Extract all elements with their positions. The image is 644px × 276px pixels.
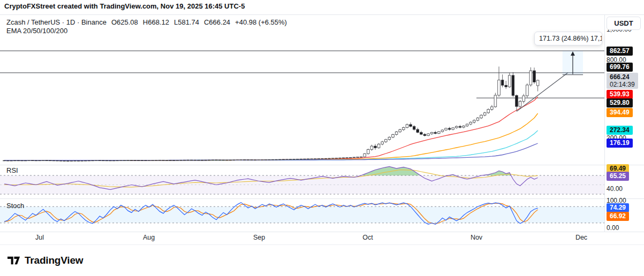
- candle-body: [307, 159, 309, 159]
- candle-body: [240, 160, 243, 160]
- candle-body: [187, 160, 190, 160]
- candle-body: [32, 160, 34, 161]
- candle-body: [328, 158, 331, 159]
- pane-divider-rsi[interactable]: [0, 165, 644, 165]
- candle-body: [134, 160, 137, 161]
- currency-toggle-button[interactable]: USDT: [607, 17, 641, 30]
- time-label-oct: Oct: [362, 234, 373, 241]
- candle-body: [123, 160, 126, 161]
- candle-body: [381, 142, 384, 144]
- candle-body: [39, 160, 41, 161]
- ema100-line[interactable]: [4, 131, 538, 160]
- candle-body: [215, 160, 218, 160]
- candle-body: [297, 159, 299, 159]
- candle-body: [512, 75, 514, 96]
- candle-body: [70, 161, 73, 162]
- candle-body: [377, 144, 380, 148]
- candle-body: [194, 160, 196, 160]
- candle-body: [353, 157, 355, 158]
- candle-body: [49, 160, 52, 161]
- candle-body: [201, 160, 203, 160]
- candle-body: [95, 160, 97, 161]
- candle-body: [350, 157, 352, 158]
- candle-body: [385, 140, 388, 142]
- candle-body: [321, 158, 324, 159]
- candle-body: [406, 125, 408, 128]
- time-label-aug: Aug: [143, 234, 155, 241]
- candle-body: [410, 125, 412, 126]
- price-range-tooltip: 171.73 (24.86%) 17,17: [534, 32, 602, 45]
- ema50-line[interactable]: [4, 113, 538, 160]
- candle-body: [165, 160, 168, 160]
- candle-body: [448, 128, 451, 129]
- ema200-line[interactable]: [4, 143, 538, 160]
- time-label-sep: Sep: [253, 234, 265, 241]
- candle-body: [52, 160, 55, 161]
- candle-body: [456, 126, 458, 128]
- candle-body: [522, 96, 525, 101]
- candle-body: [169, 160, 172, 160]
- candle-body: [204, 160, 207, 160]
- candle-body: [519, 102, 521, 107]
- candle-body: [438, 132, 441, 133]
- candle-body: [81, 160, 84, 161]
- candle-body: [271, 159, 274, 160]
- candle-body: [218, 160, 221, 160]
- candle-body: [155, 160, 158, 160]
- candle-body: [112, 160, 115, 161]
- candle-body: [74, 160, 77, 161]
- candle-body: [476, 118, 479, 120]
- candle-body: [293, 159, 296, 159]
- candle-body: [413, 126, 415, 129]
- candle-body: [268, 159, 271, 160]
- candle-body: [198, 160, 200, 160]
- candle-body: [28, 160, 31, 161]
- tradingview-brand[interactable]: TradingView: [7, 255, 83, 266]
- candle-body: [487, 109, 490, 112]
- candle-body: [88, 160, 90, 161]
- candle-body: [282, 159, 285, 160]
- candle-body: [501, 80, 504, 86]
- price-badge-176.19: 176.19: [607, 139, 633, 148]
- candle-body: [363, 154, 366, 157]
- candle-body: [264, 160, 267, 160]
- candle-body: [183, 160, 186, 160]
- candle-body: [324, 158, 327, 159]
- candle-body: [399, 130, 401, 132]
- price-label-0.00: 0.00: [607, 224, 619, 232]
- price-axis-border: [604, 15, 605, 232]
- price-badge-699.76: 699.76: [607, 63, 633, 72]
- candle-body: [529, 71, 532, 85]
- candle-body: [403, 128, 405, 130]
- trend-line[interactable]: [517, 73, 568, 111]
- candle-body: [63, 160, 66, 161]
- rsi-pane-label[interactable]: RSI: [6, 166, 18, 174]
- candle-body: [24, 160, 27, 161]
- candle-body: [257, 160, 260, 160]
- candle-body: [416, 129, 419, 133]
- candle-body: [229, 160, 232, 160]
- pane-divider-stoch[interactable]: [0, 198, 644, 199]
- candle-body: [254, 160, 256, 160]
- candle-body: [469, 122, 472, 124]
- candle-body: [427, 134, 430, 135]
- time-axis-top-border: [0, 232, 644, 232]
- candle-body: [109, 160, 112, 161]
- candle-body: [211, 160, 214, 160]
- candle-body: [480, 115, 483, 118]
- candle-body: [286, 159, 289, 160]
- ema20-line[interactable]: [4, 97, 538, 160]
- candle-body: [279, 159, 282, 160]
- candle-body: [423, 134, 426, 135]
- candle-body: [17, 160, 20, 161]
- candle-body: [370, 146, 373, 149]
- candle-body: [452, 128, 454, 129]
- candle-body: [180, 160, 183, 160]
- candle-body: [226, 160, 229, 160]
- candle-body: [247, 160, 249, 160]
- stoch-pane-label[interactable]: Stoch: [6, 202, 24, 210]
- candle-body: [10, 160, 13, 161]
- candle-body: [304, 159, 306, 159]
- candle-body: [244, 160, 246, 160]
- candle-body: [505, 85, 507, 87]
